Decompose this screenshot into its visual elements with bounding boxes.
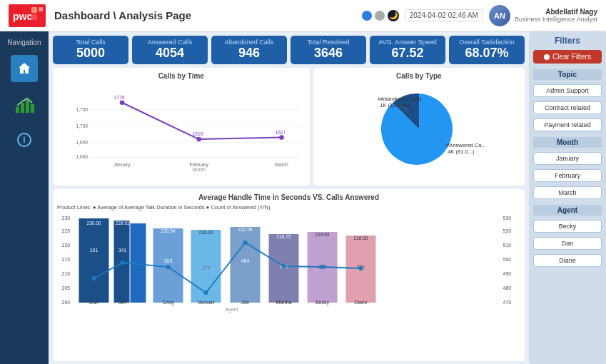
calls-by-time-chart: 1,600 1,650 1,700 1,750 [57, 83, 305, 176]
user-role: Business Intelligence Analyst [515, 16, 597, 23]
filter-february[interactable]: February [533, 169, 602, 182]
svg-text:210: 210 [62, 271, 71, 276]
svg-text:Month: Month [192, 166, 206, 171]
svg-text:177: 177 [202, 266, 211, 271]
sidebar-info-icon[interactable]: i [11, 126, 38, 153]
clear-filters-button[interactable]: Clear Filters [533, 50, 602, 64]
kpi-overall-satisfaction: Overall Satisfaction 68.07% [449, 36, 525, 64]
svg-text:218.00: 218.00 [354, 236, 368, 241]
kpi-overall-satisfaction-label: Overall Satisfaction [455, 39, 519, 46]
svg-text:470: 470 [503, 300, 512, 305]
svg-rect-49 [79, 218, 109, 303]
svg-point-21 [279, 135, 284, 140]
svg-point-20 [196, 136, 201, 141]
page-title: Dashboard \ Analysis Page [54, 9, 362, 21]
svg-text:Greg: Greg [163, 300, 174, 305]
svg-text:205: 205 [62, 285, 71, 290]
svg-text:215: 215 [62, 257, 71, 262]
svg-point-89 [359, 266, 363, 271]
svg-text:1K (18.92%): 1K (18.92%) [380, 102, 410, 108]
filter-payment-related[interactable]: Payment related [533, 118, 602, 131]
kpi-answered-calls-value: 4054 [138, 46, 202, 61]
svg-text:510: 510 [503, 243, 512, 248]
user-details: Abdellatif Nagy Business Intelligence An… [515, 8, 597, 23]
kpi-avg-answer-speed: AVG. Answer Speed 67.52 [370, 36, 445, 64]
filter-january[interactable]: January [533, 152, 602, 165]
svg-text:1,600: 1,600 [76, 154, 88, 159]
svg-point-86 [243, 241, 248, 245]
filter-admin-support[interactable]: Admin Support [533, 84, 602, 97]
topic-section-title: Topic [533, 69, 602, 80]
svg-text:Stewart: Stewart [198, 300, 215, 305]
main-content: Total Calls 5000 Answered Calls 4054 Aba… [49, 31, 529, 364]
filter-march[interactable]: March [533, 186, 602, 199]
svg-text:March: March [275, 162, 288, 167]
svg-text:218.75: 218.75 [277, 234, 291, 239]
svg-text:1,650: 1,650 [76, 139, 88, 144]
svg-text:Jim: Jim [118, 300, 126, 305]
svg-text:480: 480 [503, 285, 512, 290]
svg-point-82 [92, 276, 96, 280]
svg-point-19 [120, 100, 125, 105]
dot-gray[interactable] [375, 11, 385, 21]
svg-text:Joe: Joe [241, 300, 249, 305]
svg-text:230: 230 [62, 216, 71, 221]
svg-text:pwc: pwc [13, 11, 32, 22]
agent-section-title: Agent [533, 205, 602, 216]
kpi-total-calls-label: Total Calls [59, 39, 123, 46]
avatar: AN [489, 5, 510, 26]
dot-blue[interactable] [362, 11, 372, 21]
filter-becky[interactable]: Becky [533, 220, 602, 233]
user-info: AN Abdellatif Nagy Business Intelligence… [489, 5, 597, 26]
kpi-total-resolved-value: 3646 [296, 46, 360, 61]
kpi-total-resolved: Total Resolved 3646 [291, 36, 366, 64]
filters-panel: Filters Clear Filters Topic Admin Suppor… [529, 31, 606, 364]
svg-point-84 [166, 265, 171, 269]
sidebar: Navigation i [0, 31, 49, 364]
svg-text:219.83: 219.83 [315, 232, 330, 237]
svg-text:225: 225 [62, 228, 71, 233]
kpi-total-resolved-label: Total Resolved [296, 39, 360, 46]
kpi-abandoned-calls-value: 946 [217, 46, 281, 61]
svg-text:500: 500 [503, 257, 512, 262]
svg-rect-2 [31, 7, 37, 13]
svg-text:220: 220 [62, 243, 71, 248]
svg-rect-4 [31, 14, 37, 20]
svg-text:#Answered Ca...: #Answered Ca... [446, 142, 485, 148]
svg-text:Dan: Dan [89, 300, 99, 305]
svg-text:1779: 1779 [114, 94, 125, 99]
theme-toggle[interactable]: 🌙 [388, 10, 399, 21]
sidebar-nav-label: Navigation [7, 39, 41, 46]
header-controls: 🌙 2024-04-02 02:46 AM AN Abdellatif Nagy… [362, 5, 597, 26]
filter-dan[interactable]: Dan [533, 237, 602, 250]
svg-rect-8 [31, 104, 34, 113]
svg-rect-6 [21, 103, 24, 113]
kpi-row: Total Calls 5000 Answered Calls 4054 Aba… [53, 36, 525, 64]
svg-text:228.91: 228.91 [116, 221, 130, 226]
calls-by-time-card: Calls by Time 1,600 1,650 1,700 1,750 [53, 68, 310, 186]
sidebar-chart-icon[interactable] [11, 91, 38, 118]
month-section-title: Month [533, 137, 602, 148]
svg-text:490: 490 [503, 271, 512, 276]
calls-by-time-title: Calls by Time [57, 72, 305, 80]
logo: pwc [9, 4, 46, 27]
svg-text:1616: 1616 [193, 131, 203, 136]
kpi-abandoned-calls-label: Abandoned Calls [217, 39, 281, 46]
svg-rect-5 [16, 107, 19, 113]
svg-text:4K (81.0...): 4K (81.0...) [448, 148, 475, 155]
calls-by-type-card: Calls by Type #Abandoned Calls 1K (18.92… [313, 68, 525, 186]
filter-diane[interactable]: Diane [533, 254, 602, 267]
svg-text:222.59: 222.59 [238, 227, 253, 232]
svg-text:Agent: Agent [225, 307, 238, 313]
calls-by-type-chart: #Abandoned Calls 1K (18.92%) #Answered C… [318, 83, 520, 172]
svg-text:200: 200 [62, 300, 71, 305]
svg-rect-3 [39, 7, 43, 11]
filter-contract-related[interactable]: Contract related [533, 101, 602, 114]
svg-text:Diane: Diane [354, 300, 367, 305]
svg-point-83 [121, 261, 125, 265]
kpi-overall-satisfaction-value: 68.07% [455, 46, 519, 61]
filters-title: Filters [533, 36, 602, 46]
charts-row: Calls by Time 1,600 1,650 1,700 1,750 [53, 68, 525, 186]
sidebar-home-icon[interactable] [11, 55, 38, 82]
nav-dots: 🌙 [362, 10, 399, 21]
